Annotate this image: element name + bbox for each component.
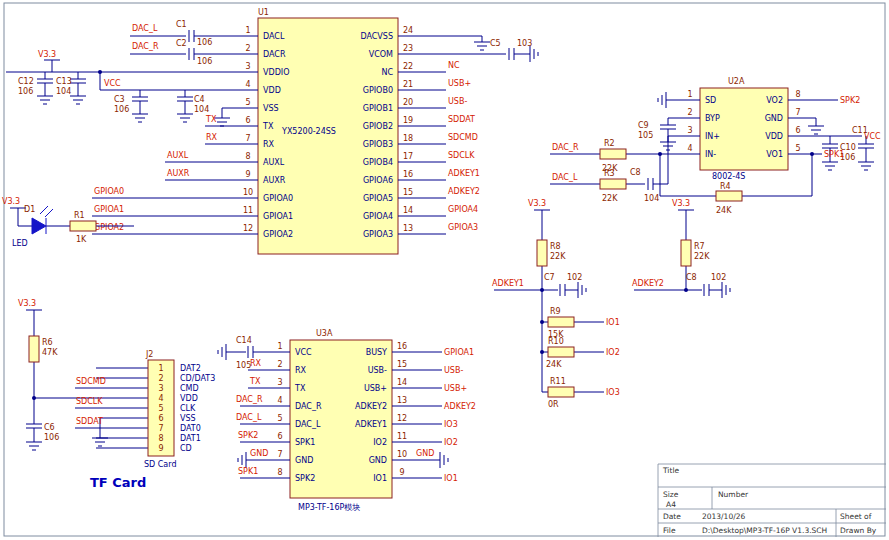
r1-body[interactable]	[70, 221, 96, 231]
pin-number: 3	[158, 384, 163, 393]
net-label-io2[interactable]: IO2	[606, 348, 620, 357]
net-label-adkey2[interactable]: ADKEY2	[444, 402, 476, 411]
r3-body[interactable]	[600, 179, 626, 189]
net-label-io2[interactable]: IO2	[444, 438, 458, 447]
ground-symbol	[177, 114, 193, 122]
pin-number: 17	[403, 152, 413, 161]
pin-number: 23	[403, 44, 413, 53]
pin-name: ADKEY1	[355, 420, 387, 429]
sd-card-label: SD Card	[144, 460, 177, 469]
net-label-usb-plus[interactable]: USB+	[448, 79, 471, 88]
c13-value: 104	[56, 87, 71, 96]
net-label-usb-plus[interactable]: USB+	[444, 384, 467, 393]
pin-name: VDD	[263, 86, 281, 95]
net-label-gpioa1[interactable]: GPIOA1	[444, 348, 474, 357]
pin-name: VDDIO	[263, 68, 289, 77]
r1-ref: R1	[74, 211, 85, 220]
r6-body[interactable]	[29, 336, 39, 362]
net-label-sddat[interactable]: SDDAT	[76, 417, 103, 426]
c3-value: 106	[114, 105, 129, 114]
r11-value: 0R	[548, 400, 559, 409]
r11-body[interactable]	[548, 387, 574, 397]
pin-number: 15	[397, 360, 407, 369]
schematic-canvas: 1DACL2DACR3VDDIO4VDD5VSS6TX7RX8AUXL9AUXR…	[0, 0, 889, 540]
net-label-gpioa1[interactable]: GPIOA1	[94, 205, 124, 214]
net-label-gpioa4[interactable]: GPIOA4	[448, 205, 478, 214]
net-label-adkey2[interactable]: ADKEY2	[448, 187, 480, 196]
junction-dot	[540, 320, 544, 324]
pin-number: 18	[403, 134, 413, 143]
r7-body[interactable]	[681, 240, 691, 266]
r7-ref: R7	[694, 242, 705, 251]
net-label-spk2[interactable]: SPK2	[238, 431, 258, 440]
net-label-tx[interactable]: TX	[249, 377, 261, 386]
net-label-sdclk[interactable]: SDCLK	[76, 397, 103, 406]
net-label-gnd[interactable]: GND	[250, 449, 268, 458]
c7-value: 102	[567, 273, 582, 282]
pin-number: 5	[277, 414, 282, 423]
net-label-sdclk[interactable]: SDCLK	[448, 151, 475, 160]
pin-number: 20	[403, 98, 413, 107]
r8-value: 22K	[550, 252, 566, 261]
pin-number: 5	[795, 144, 800, 153]
net-label-dac-l[interactable]: DAC_L	[132, 24, 158, 33]
net-label-rx[interactable]: RX	[250, 359, 262, 368]
u3-section: 1VCC2RX3TX4DAC_R5DAC_L6SPK17GND8SPK2 16B…	[218, 329, 476, 512]
pin-name: DAT2	[180, 364, 201, 373]
pin-number: 11	[243, 206, 253, 215]
net-label-dac-r[interactable]: DAC_R	[552, 143, 579, 152]
net-label-rx[interactable]: RX	[206, 133, 218, 142]
net-label-dac-r[interactable]: DAC_R	[132, 42, 159, 51]
net-label-nc[interactable]: NC	[448, 61, 460, 70]
net-label-usb-minus[interactable]: USB-	[448, 97, 467, 106]
net-label-sdcmd[interactable]: SDCMD	[76, 377, 106, 386]
net-label-gpioa3[interactable]: GPIOA3	[448, 223, 478, 232]
net-label-dac-l[interactable]: DAC_L	[236, 413, 262, 422]
net-label-dac-r[interactable]: DAC_R	[236, 395, 263, 404]
pin-name: DAC_R	[295, 402, 322, 411]
net-label-io1[interactable]: IO1	[606, 318, 620, 327]
net-label-sddat[interactable]: SDDAT	[448, 115, 475, 124]
ground-symbol	[92, 438, 108, 446]
net-label-auxl[interactable]: AUXL	[167, 151, 189, 160]
net-label-adkey2[interactable]: ADKEY2	[632, 279, 664, 288]
pin-name: GPIOA2	[263, 230, 293, 239]
pin-number: 16	[403, 170, 413, 179]
net-label-usb-minus[interactable]: USB-	[444, 366, 463, 375]
r8-body[interactable]	[537, 240, 547, 266]
net-label-adkey1[interactable]: ADKEY1	[448, 169, 480, 178]
r2-body[interactable]	[600, 149, 626, 159]
pin-name: GPIOA0	[263, 194, 293, 203]
r4-body[interactable]	[716, 191, 742, 201]
net-label-dac-l[interactable]: DAC_L	[552, 173, 578, 182]
title-block: Title Size A4 Number Date 2013/10/26 She…	[658, 464, 886, 537]
ground-symbol	[578, 282, 586, 298]
pin-number: 12	[397, 414, 407, 423]
net-label-sdcmd[interactable]: SDCMD	[448, 133, 478, 142]
pin-name: VSS	[180, 414, 196, 423]
net-label-io3[interactable]: IO3	[444, 420, 458, 429]
r10-body[interactable]	[548, 347, 574, 357]
net-label-io3[interactable]: IO3	[606, 388, 620, 397]
junction-dot	[32, 396, 36, 400]
net-label-vcc[interactable]: VCC	[104, 79, 121, 88]
net-label-io1[interactable]: IO1	[444, 474, 458, 483]
net-label-gpioa2[interactable]: GPIOA2	[94, 223, 124, 232]
adkey-section: V3.3 R8 22K ADKEY1 C7 102 R9 15K IO1 R10…	[492, 199, 730, 409]
net-label-auxr[interactable]: AUXR	[167, 169, 190, 178]
pin-number: 4	[687, 144, 692, 153]
net-label-gpioa0[interactable]: GPIOA0	[94, 187, 124, 196]
net-label-adkey1[interactable]: ADKEY1	[492, 279, 524, 288]
pin-name: VO1	[766, 150, 783, 159]
junction-dot	[684, 288, 688, 292]
pin-number: 7	[158, 424, 163, 433]
net-label-spk1[interactable]: SPK1	[238, 467, 258, 476]
net-label-gnd[interactable]: GND	[416, 449, 434, 458]
net-label-spk1[interactable]: SPK1	[824, 150, 844, 159]
pin-number: 6	[245, 116, 250, 125]
pin-number: 8	[795, 90, 800, 99]
r9-body[interactable]	[548, 317, 574, 327]
net-label-tx[interactable]: TX	[205, 115, 217, 124]
tf-card-title: TF Card	[90, 475, 146, 490]
net-label-spk2[interactable]: SPK2	[840, 96, 860, 105]
